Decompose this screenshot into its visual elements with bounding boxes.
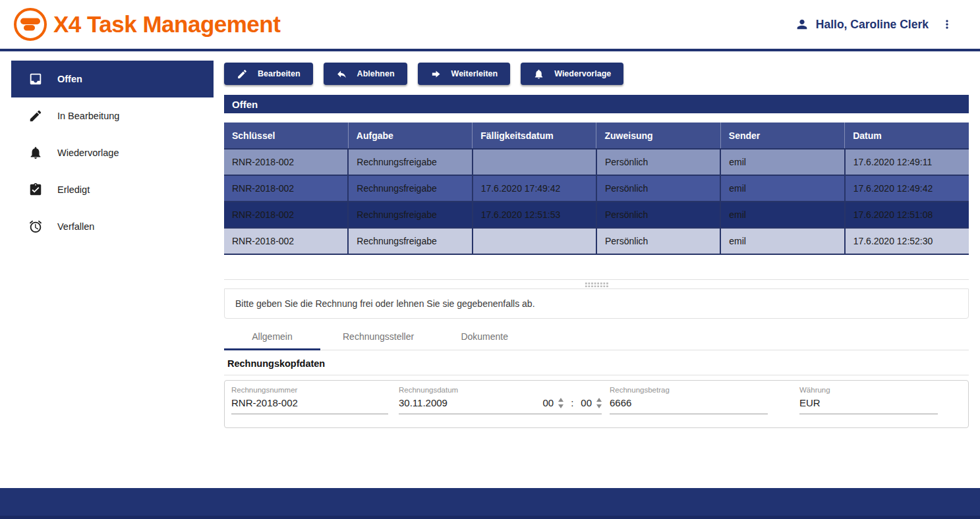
column-header-faelligkeitsdatum[interactable]: Fälligkeitsdatum — [473, 123, 596, 149]
table-cell: 17.6.2020 12:51:53 — [473, 202, 596, 228]
invoice-date-label: Rechnungsdatum — [399, 386, 602, 397]
task-list-title: Offen — [224, 95, 969, 113]
invoice-amount-input[interactable]: 6666 — [610, 397, 631, 408]
main-content: BearbeitenAblehnenWeiterleitenWiedervorl… — [224, 51, 969, 488]
app-footer — [0, 488, 980, 519]
invoice-date-field: Rechnungsdatum 30.11.2009 00 : 00 — [399, 386, 602, 414]
table-cell: RNR-2018-002 — [224, 228, 348, 254]
section-title: Rechnungskopfdaten — [224, 358, 969, 369]
time-separator: : — [571, 397, 573, 408]
invoice-hour-input[interactable]: 00 — [542, 397, 554, 408]
task-row[interactable]: RNR-2018-002RechnungsfreigabePersönliche… — [224, 149, 969, 175]
weiterleiten-button[interactable]: Weiterleiten — [418, 63, 511, 85]
column-header-aufgabe[interactable]: Aufgabe — [348, 123, 472, 149]
table-cell: 17.6.2020 17:49:42 — [473, 175, 596, 202]
invoice-number-input[interactable]: RNR-2018-002 — [231, 397, 298, 408]
hour-step-up-icon[interactable] — [558, 398, 563, 402]
button-label: Weiterleiten — [451, 69, 498, 78]
tab-dokumente[interactable]: Dokumente — [436, 324, 533, 350]
ablehnen-button[interactable]: Ablehnen — [324, 63, 407, 85]
button-label: Bearbeiten — [258, 69, 301, 78]
task-row[interactable]: RNR-2018-002Rechnungsfreigabe17.6.2020 1… — [224, 175, 969, 202]
user-area: Hallo, Caroline Clerk — [795, 17, 954, 32]
message-text: Bitte geben Sie die Rechnung frei oder l… — [235, 298, 535, 309]
sidebar-item-erledigt[interactable]: Erledigt — [11, 171, 214, 208]
bell-icon — [28, 146, 43, 160]
app-header: X4 Task Management Hallo, Caroline Clerk — [0, 0, 980, 49]
clipboard-check-icon — [28, 182, 43, 197]
table-cell: 17.6.2020 12:49:11 — [845, 149, 969, 175]
button-label: Ablehnen — [357, 69, 395, 78]
table-cell: Persönlich — [596, 228, 720, 254]
table-cell: 17.6.2020 12:51:08 — [845, 202, 969, 228]
currency-input[interactable]: EUR — [799, 397, 821, 408]
invoice-minute-input[interactable]: 00 — [581, 397, 592, 408]
sidebar-item-in-bearbeitung[interactable]: In Bearbeitung — [11, 97, 214, 134]
sidebar-item-offen[interactable]: Offen — [11, 61, 214, 97]
splitter-handle[interactable] — [224, 279, 969, 288]
sidebar-item-label: Wiedervorlage — [57, 148, 119, 158]
button-label: Wiedervorlage — [554, 69, 611, 78]
minute-step-up-icon[interactable] — [596, 398, 602, 402]
table-cell: emil — [720, 228, 844, 254]
invoice-amount-field: Rechnungsbetrag 6666 — [610, 386, 768, 414]
reply-arrow-icon — [336, 68, 347, 80]
tab-rechnungssteller[interactable]: Rechnungssteller — [320, 324, 436, 350]
table-cell: emil — [720, 175, 844, 202]
column-header-sender[interactable]: Sender — [720, 123, 844, 149]
inbox-icon — [28, 72, 43, 86]
sidebar: OffenIn BearbeitungWiedervorlageErledigt… — [0, 51, 214, 488]
alarm-clock-icon — [28, 219, 43, 234]
hour-step-down-icon[interactable] — [558, 404, 563, 408]
table-cell: 17.6.2020 12:52:30 — [845, 228, 969, 254]
table-cell: emil — [720, 202, 844, 228]
table-cell: 17.6.2020 12:49:42 — [845, 175, 969, 202]
task-table: SchlüsselAufgabeFälligkeitsdatumZuweisun… — [224, 123, 969, 255]
sidebar-item-label: Erledigt — [57, 184, 90, 195]
table-cell: Persönlich — [596, 149, 720, 175]
column-header-schluessel[interactable]: Schlüssel — [224, 123, 348, 149]
invoice-amount-label: Rechnungsbetrag — [610, 386, 768, 397]
app-window: X4 Task Management Hallo, Caroline Clerk… — [0, 0, 980, 519]
currency-label: Währung — [799, 386, 938, 397]
sidebar-item-label: Offen — [57, 74, 82, 84]
pencil-icon — [237, 68, 248, 80]
sidebar-item-wiedervorlage[interactable]: Wiedervorlage — [11, 134, 214, 171]
table-cell: RNR-2018-002 — [224, 175, 348, 202]
task-row[interactable]: RNR-2018-002Rechnungsfreigabe17.6.2020 1… — [224, 202, 969, 228]
app-logo-icon — [13, 7, 47, 41]
brand: X4 Task Management — [13, 7, 280, 41]
splitter-dots-icon — [585, 282, 608, 287]
task-row[interactable]: RNR-2018-002RechnungsfreigabePersönliche… — [224, 228, 969, 254]
table-cell: RNR-2018-002 — [224, 149, 348, 175]
table-cell: Rechnungsfreigabe — [348, 202, 472, 228]
table-cell — [473, 149, 596, 175]
currency-field: Währung EUR — [799, 386, 938, 414]
user-greeting: Hallo, Caroline Clerk — [816, 18, 929, 32]
section-rule — [224, 375, 969, 375]
sidebar-item-label: Verfallen — [57, 221, 94, 232]
column-header-zuweisung[interactable]: Zuweisung — [596, 123, 720, 149]
column-header-datum[interactable]: Datum — [845, 123, 969, 149]
invoice-number-label: Rechnungsnummer — [231, 386, 388, 397]
sidebar-item-label: In Bearbeitung — [57, 111, 119, 121]
table-cell: Rechnungsfreigabe — [348, 149, 472, 175]
table-cell: RNR-2018-002 — [224, 202, 348, 228]
invoice-date-input[interactable]: 30.11.2009 — [399, 397, 447, 408]
message-box: Bitte geben Sie die Rechnung frei oder l… — [224, 288, 969, 319]
minute-stepper[interactable] — [596, 398, 602, 408]
invoice-form: Rechnungsnummer RNR-2018-002 Rechnungsda… — [224, 380, 969, 428]
sidebar-item-verfallen[interactable]: Verfallen — [11, 208, 214, 245]
kebab-menu-icon[interactable] — [940, 18, 954, 31]
hour-stepper[interactable] — [558, 398, 563, 408]
table-cell: Persönlich — [596, 175, 720, 202]
person-icon — [795, 17, 809, 32]
wiedervorlage-button[interactable]: Wiedervorlage — [521, 63, 623, 85]
table-cell — [473, 228, 596, 254]
bearbeiten-button[interactable]: Bearbeiten — [224, 63, 313, 85]
app-title: X4 Task Management — [53, 11, 280, 38]
minute-step-down-icon[interactable] — [596, 404, 602, 408]
tab-allgemein[interactable]: Allgemein — [224, 324, 320, 350]
table-header-row: SchlüsselAufgabeFälligkeitsdatumZuweisun… — [224, 123, 969, 149]
table-cell: Persönlich — [596, 202, 720, 228]
